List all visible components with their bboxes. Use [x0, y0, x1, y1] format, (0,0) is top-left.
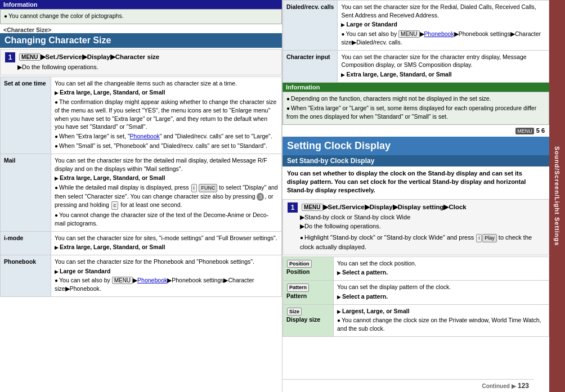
label-display-size: SizeDisplay size — [283, 304, 334, 336]
label-pattern: PatternPattern — [283, 281, 334, 304]
info-bar-label: Information — [3, 1, 38, 8]
table-row: Mail You can set the character size for … — [1, 154, 282, 232]
page-num-text: 123 — [518, 382, 529, 390]
side-label: Sound/Screen/Light Settings — [549, 0, 565, 392]
table-row: Character input You can set the characte… — [283, 50, 549, 82]
clock-settings-table: PositionPosition You can set the clock p… — [282, 256, 549, 337]
menu-key2: MENU — [302, 204, 322, 211]
continued-text: Continued ▶ — [482, 383, 515, 389]
right-settings-table: Dialed/recv. calls You can set the chara… — [282, 0, 549, 83]
table-row: PositionPosition You can set the clock p… — [283, 256, 549, 280]
menu-icon: MENU — [515, 128, 534, 134]
clock-desc-text: You can set whether to display the clock… — [287, 170, 526, 194]
section-header: Changing Character Size — [0, 33, 282, 48]
left-column: Information You cannot change the color … — [0, 0, 282, 392]
info-bar-green: Information — [282, 83, 549, 92]
content-dialed: You can set the character size for the R… — [338, 1, 549, 51]
clock-desc: You can set whether to display the clock… — [282, 166, 549, 198]
content-char-input: You can set the character size for the c… — [338, 50, 549, 82]
clock-title: Setting Clock Display — [287, 140, 391, 151]
label-char-input: Character input — [283, 50, 338, 82]
content-display-size: Largest, Large, or Small You cannot chan… — [334, 304, 549, 336]
menu-key: MENU — [19, 53, 40, 61]
content-imode: You can set the character size for sites… — [51, 231, 282, 255]
clock-section-header: Setting Clock Display — [282, 137, 549, 155]
side-label-text: Sound/Screen/Light Settings — [554, 146, 560, 246]
clock-step-number: 1 — [288, 202, 298, 213]
info-bar-green-label: Information — [286, 84, 320, 91]
content-position: You can set the clock position. Select a… — [334, 256, 549, 280]
label-set-at-one-time: Set at one time — [1, 76, 51, 154]
clock-step-line2: ▶Stand-by clock or Stand-by clock Wide — [300, 214, 410, 220]
table-row: SizeDisplay size Largest, Large, or Smal… — [283, 304, 549, 336]
label-phonebook: Phonebook — [1, 255, 51, 296]
clock-highlight-note: Highlight "Stand-by clock" or "Stand-by … — [300, 233, 544, 252]
clock-sub-header: Set Stand-by Clock Display — [282, 155, 549, 166]
step-number: 1 — [5, 52, 15, 62]
info-note-2: When "Extra large" or "Large" is set, so… — [286, 104, 545, 121]
right-section: Dialed/recv. calls You can set the chara… — [282, 0, 565, 392]
info-notes: Depending on the function, characters mi… — [282, 92, 549, 125]
table-row: Phonebook You can set the character size… — [1, 255, 282, 296]
settings-table: Set at one time You can set all the chan… — [0, 76, 282, 297]
top-note-text: You cannot change the color of pictograp… — [4, 12, 278, 20]
info-bar-top: Information — [0, 0, 282, 9]
clock-step-line3: ▶Do the following operations. — [300, 223, 381, 229]
clock-step-line1: MENU▶Set./Service▶Display▶Display settin… — [302, 204, 467, 210]
char-size-tag: <Character Size> — [0, 24, 282, 33]
label-imode: i-mode — [1, 231, 51, 255]
label-dialed: Dialed/recv. calls — [283, 1, 338, 51]
content-mail: You can set the character size for the d… — [51, 154, 282, 232]
section-title: Changing Character Size — [5, 35, 111, 45]
step-box-1: 1 MENU▶Set./Service▶Display▶Character si… — [0, 49, 282, 75]
table-row: Dialed/recv. calls You can set the chara… — [283, 1, 549, 51]
step-line1: MENU▶Set./Service▶Display▶Character size — [19, 53, 159, 60]
clock-step-box: 1 MENU▶Set./Service▶Display▶Display sett… — [282, 199, 549, 255]
content-pattern: You can set the display pattern of the c… — [334, 281, 549, 304]
page-number-area: Continued ▶ 123 — [282, 379, 533, 392]
label-mail: Mail — [1, 154, 51, 232]
clock-sub-title: Set Stand-by Clock Display — [287, 157, 374, 165]
step-line2: ▶Do the following operations. — [17, 64, 98, 70]
right-content: Dialed/recv. calls You can set the chara… — [282, 0, 549, 392]
content-phonebook: You can set the character size for the P… — [51, 255, 282, 296]
table-row: Set at one time You can set all the chan… — [1, 76, 282, 154]
menu-num-row: MENU 5 6 — [282, 125, 549, 137]
info-note-1: Depending on the function, characters mi… — [286, 94, 545, 103]
table-row: i-mode You can set the character size fo… — [1, 231, 282, 255]
top-info-note: You cannot change the color of pictograp… — [0, 9, 282, 24]
table-row: PatternPattern You can set the display p… — [283, 281, 549, 304]
label-position: PositionPosition — [283, 256, 334, 280]
content-set-at-one-time: You can set all the changeable items suc… — [51, 76, 282, 154]
menu-numbers: 5 6 — [536, 127, 545, 134]
